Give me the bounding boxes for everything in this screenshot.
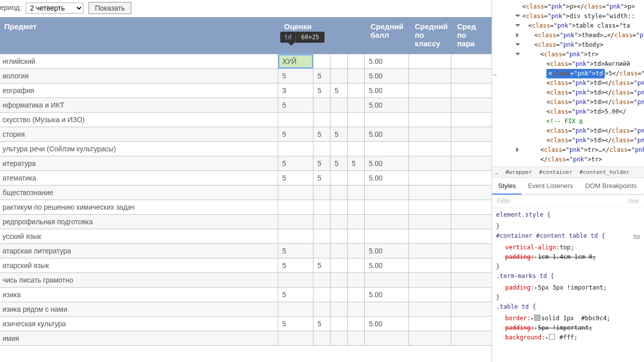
mark-cell[interactable] xyxy=(278,273,313,288)
dom-node[interactable]: <class="pnk">tbody> xyxy=(522,40,644,50)
dom-node[interactable]: <!-- FIX д xyxy=(522,117,644,126)
elements-tree[interactable]: <class="pnk">p></class="pnk">p><class="p… xyxy=(492,0,644,166)
mark-cell[interactable] xyxy=(348,288,365,302)
dom-node[interactable]: <class="pnk">td></class="pnk">td> xyxy=(522,136,644,145)
dom-node[interactable]: <class="pnk">div style="width:: xyxy=(522,12,644,21)
dom-node[interactable]: <class="pnk">thead>…</class="pnk">thea xyxy=(522,31,644,40)
mark-cell[interactable] xyxy=(348,127,365,142)
mark-cell[interactable] xyxy=(278,200,313,215)
mark-cell[interactable] xyxy=(348,171,365,186)
mark-cell[interactable] xyxy=(331,186,348,200)
mark-cell[interactable] xyxy=(348,186,365,200)
mark-cell[interactable] xyxy=(331,229,348,244)
dom-node[interactable]: <class="pnk">tr> xyxy=(522,50,644,59)
mark-cell[interactable] xyxy=(348,215,365,229)
mark-cell[interactable]: 5 xyxy=(348,156,365,171)
mark-cell[interactable] xyxy=(331,113,348,127)
period-select[interactable]: 2 четверть xyxy=(26,3,84,14)
mark-cell[interactable] xyxy=(331,288,348,302)
dom-node[interactable]: <class="pnk">td>Английй xyxy=(522,59,644,69)
mark-cell[interactable] xyxy=(348,142,365,156)
mark-cell[interactable] xyxy=(278,229,313,244)
mark-cell[interactable] xyxy=(313,113,331,127)
mark-cell[interactable]: 5 xyxy=(278,288,313,302)
mark-cell[interactable]: 5 xyxy=(313,258,331,273)
mark-cell[interactable]: 3 xyxy=(278,83,313,98)
devtools-tab[interactable]: DOM Breakpoints xyxy=(579,178,643,194)
mark-cell[interactable]: 5 xyxy=(313,127,331,142)
mark-cell[interactable] xyxy=(348,113,365,127)
styles-filter[interactable]: Filter xyxy=(497,198,511,205)
mark-cell[interactable] xyxy=(313,331,331,346)
mark-cell[interactable] xyxy=(331,200,348,215)
styles-pane[interactable]: element.style {}#container #content tabl… xyxy=(492,208,644,347)
mark-cell[interactable]: 5 xyxy=(331,83,348,98)
mark-cell[interactable] xyxy=(348,229,365,244)
mark-cell[interactable] xyxy=(278,215,313,229)
mark-cell[interactable] xyxy=(278,186,313,200)
mark-cell[interactable]: 5 xyxy=(331,156,348,171)
mark-cell[interactable] xyxy=(348,98,365,113)
mark-cell[interactable]: 5 xyxy=(278,317,313,331)
mark-cell[interactable]: 5 xyxy=(313,317,331,331)
dom-node[interactable]: <class="pnk">tr>…</class="pnk">tr> xyxy=(522,145,644,155)
show-button[interactable]: Показать xyxy=(89,2,132,14)
dom-node[interactable]: <class="pnk">td></class="pnk">td> xyxy=(522,98,644,107)
mark-cell[interactable]: 5 xyxy=(313,83,331,98)
mark-cell[interactable]: 5 xyxy=(278,244,313,258)
mark-cell[interactable] xyxy=(348,258,365,273)
dom-node[interactable]: <class="pnk">p></class="pnk">p> xyxy=(522,2,644,12)
mark-cell[interactable] xyxy=(313,200,331,215)
mark-cell[interactable] xyxy=(331,302,348,317)
mark-cell[interactable] xyxy=(348,244,365,258)
mark-cell[interactable] xyxy=(348,83,365,98)
mark-cell[interactable]: 5 xyxy=(278,98,313,113)
mark-cell[interactable] xyxy=(348,69,365,83)
mark-cell[interactable] xyxy=(348,200,365,215)
mark-cell[interactable]: 5 xyxy=(278,69,313,83)
mark-cell[interactable]: 5 xyxy=(278,171,313,186)
mark-cell[interactable] xyxy=(348,54,365,69)
dom-node[interactable]: </class="pnk">tr> xyxy=(522,155,644,164)
mark-cell[interactable]: 5 xyxy=(313,171,331,186)
mark-cell[interactable] xyxy=(331,215,348,229)
mark-cell[interactable] xyxy=(313,186,331,200)
dom-node[interactable]: <class="pnk">td></class="pnk">td> xyxy=(522,126,644,136)
devtools-tab[interactable]: Styles xyxy=(492,178,522,195)
mark-cell[interactable] xyxy=(313,244,331,258)
crumb[interactable]: #container xyxy=(539,169,573,175)
mark-cell[interactable] xyxy=(331,69,348,83)
mark-cell[interactable] xyxy=(313,142,331,156)
mark-cell[interactable]: 5 xyxy=(313,69,331,83)
crumb[interactable]: … xyxy=(495,169,499,175)
breadcrumb[interactable]: …#wrapper#container#content_holder xyxy=(492,166,644,178)
devtools-tabs[interactable]: StylesEvent ListenersDOM Breakpoints xyxy=(492,178,644,195)
mark-cell[interactable] xyxy=(348,331,365,346)
mark-cell[interactable]: 5 xyxy=(313,156,331,171)
mark-cell[interactable] xyxy=(313,302,331,317)
mark-cell[interactable] xyxy=(331,331,348,346)
mark-cell[interactable] xyxy=(331,98,348,113)
mark-cell[interactable]: 5 xyxy=(331,127,348,142)
mark-cell[interactable] xyxy=(278,331,313,346)
mark-cell[interactable] xyxy=(331,258,348,273)
crumb[interactable]: #wrapper xyxy=(506,169,532,175)
mark-cell[interactable] xyxy=(331,54,348,69)
mark-cell[interactable] xyxy=(278,113,313,127)
mark-cell[interactable]: 5 xyxy=(278,156,313,171)
dom-node[interactable]: <class="pnk">td></class="pnk">td> xyxy=(522,78,644,88)
crumb[interactable]: #content_holder xyxy=(580,169,629,175)
mark-cell[interactable] xyxy=(348,317,365,331)
dom-node[interactable]: …<class="pnk">td>5</class="pnk">td> xyxy=(522,69,644,78)
mark-cell[interactable] xyxy=(313,54,331,69)
mark-cell[interactable]: 5 xyxy=(278,258,313,273)
mark-cell[interactable] xyxy=(313,229,331,244)
hov-toggle[interactable]: :hov xyxy=(627,198,639,205)
mark-cell[interactable] xyxy=(348,302,365,317)
mark-cell[interactable] xyxy=(278,302,313,317)
mark-cell[interactable] xyxy=(313,215,331,229)
mark-cell[interactable] xyxy=(313,273,331,288)
dom-node[interactable]: <class="pnk">td>5.00</ xyxy=(522,107,644,117)
dom-node[interactable]: <class="pnk">table class="ta xyxy=(522,21,644,31)
mark-cell[interactable] xyxy=(331,142,348,156)
